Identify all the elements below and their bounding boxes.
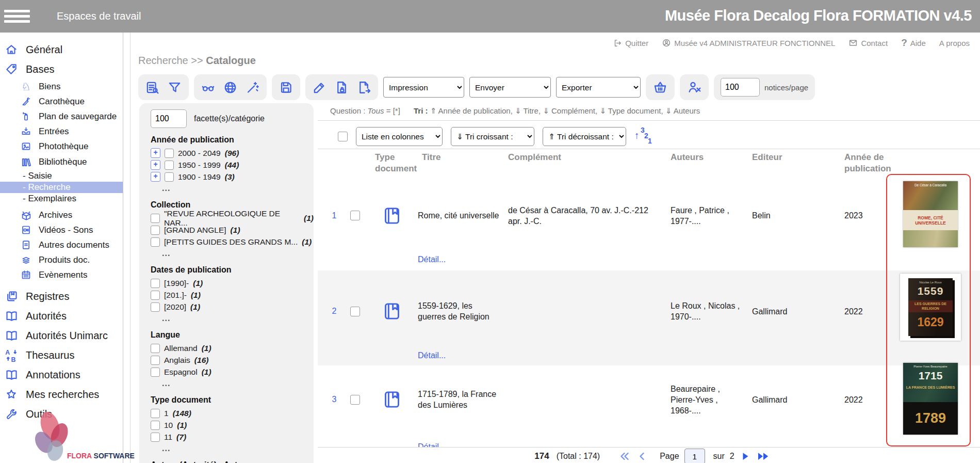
save-icon[interactable]	[279, 80, 293, 95]
first-page-icon[interactable]	[618, 450, 631, 462]
facet-checkbox[interactable]	[151, 237, 160, 247]
sidebar-item-produits-doc[interactable]: Produits doc.	[0, 252, 123, 267]
facet-more[interactable]: ...	[162, 249, 314, 258]
sidebar-item-annotations[interactable]: Annotations	[0, 365, 123, 385]
sidebar-item-plan-sauvegarde[interactable]: Plan de sauvegarde	[0, 109, 123, 124]
book-cover-thumbnail[interactable]: De César à Caracalla ROME, CITÉ UNIVERSE…	[903, 181, 958, 247]
book-cover-thumbnail[interactable]: Nicolas Le Roux 1559 LES GUERRES DE RELI…	[900, 274, 961, 341]
facet-checkbox[interactable]	[165, 161, 174, 170]
detail-link[interactable]: Détail...	[418, 255, 446, 264]
globe-icon[interactable]	[223, 80, 238, 95]
sidebar-item-biens[interactable]: ♘ Biens	[0, 79, 123, 94]
facet-checkbox[interactable]	[151, 409, 160, 418]
sidebar-item-bases[interactable]: Bases	[0, 59, 123, 79]
exporter-select[interactable]: Exporter	[556, 77, 641, 98]
facet-checkbox[interactable]	[165, 172, 174, 182]
facet-more[interactable]: ...	[162, 184, 314, 193]
sidebar-item-general[interactable]: Général	[0, 40, 123, 59]
row-checkbox[interactable]	[350, 211, 360, 220]
previous-page-icon[interactable]	[636, 450, 648, 462]
row-number-link[interactable]: 3	[325, 395, 344, 404]
sidebar-item-recherche[interactable]: - Recherche	[0, 182, 123, 193]
facet-item: Espagnol (1)	[151, 366, 314, 378]
sort-descending-select[interactable]: ⇑ Tri décroissant :	[543, 127, 626, 146]
select-all-checkbox[interactable]	[338, 132, 348, 141]
facet-checkbox[interactable]	[151, 421, 160, 430]
workspace-label[interactable]: Espaces de travail	[57, 10, 141, 22]
sidebar-item-archives[interactable]: Archives	[0, 207, 123, 222]
sidebar-item-carotheque[interactable]: Carothèque	[0, 94, 123, 109]
expand-plus-icon[interactable]: +	[151, 160, 160, 170]
breadcrumb-section[interactable]: Recherche	[138, 55, 188, 66]
list-mode-select[interactable]: Liste en colonnes	[356, 127, 443, 146]
sidebar-item-autorites[interactable]: Autorités	[0, 306, 123, 326]
sidebar-item-phototheque[interactable]: Photothèque	[0, 139, 123, 154]
calendar-icon	[20, 269, 32, 280]
expand-plus-icon[interactable]: +	[151, 148, 160, 158]
basket-icon[interactable]	[652, 79, 668, 95]
envoyer-select[interactable]: Envoyer	[469, 77, 551, 98]
page-number-input[interactable]	[684, 449, 705, 463]
book-cover-thumbnail[interactable]: Pierre-Yves Beaurepaire 1715 LA FRANCE D…	[903, 363, 958, 435]
facet-checkbox[interactable]	[151, 344, 160, 353]
sidebar-item-evenements[interactable]: Evènements	[0, 267, 123, 282]
document-type-icon[interactable]	[382, 205, 402, 226]
facet-checkbox[interactable]	[151, 368, 160, 377]
sidebar-item-saisie[interactable]: - Saisie	[0, 170, 123, 182]
sidebar-item-thesaurus[interactable]: AB Thesaurus	[0, 345, 123, 365]
document-type-icon[interactable]	[382, 301, 402, 322]
facet-more[interactable]: ...	[162, 379, 314, 388]
inbox-arrow-icon	[20, 126, 32, 137]
last-page-icon[interactable]	[756, 451, 771, 462]
facet-checkbox[interactable]	[151, 302, 160, 312]
notices-count-input[interactable]	[721, 78, 760, 97]
table-row: 1 Rome, cité universelle de César à Cara…	[318, 174, 980, 270]
user-remove-icon[interactable]	[687, 79, 702, 95]
facet-group-collection: Collection "REVUE ARCHEOLOGIQUE DE NAR..…	[151, 200, 314, 258]
page-lock-icon[interactable]	[334, 80, 349, 95]
facet-checkbox[interactable]	[165, 149, 174, 158]
facet-checkbox[interactable]	[151, 279, 160, 288]
multi-sort-icon[interactable]: 3 2 1 ↑	[634, 128, 652, 146]
facet-checkbox[interactable]	[151, 214, 160, 223]
sidebar-item-entrees[interactable]: Entrées	[0, 124, 123, 139]
facet-more[interactable]: ...	[162, 444, 314, 453]
sidebar-item-bibliotheque[interactable]: Bibliothèque	[0, 154, 123, 170]
row-checkbox[interactable]	[350, 395, 360, 405]
detail-link[interactable]: Détail...	[418, 351, 446, 360]
impression-select[interactable]: Impression	[383, 77, 464, 98]
facet-more[interactable]: ...	[162, 314, 314, 323]
magic-wand-icon[interactable]	[245, 80, 260, 95]
logo-text: FLORA SOFTWARE	[67, 452, 135, 460]
facet-checkbox[interactable]	[151, 356, 160, 365]
detail-link[interactable]: Détail...	[418, 442, 446, 447]
sidebar-item-mes-recherches[interactable]: Mes recherches	[0, 385, 123, 404]
facet-count-input[interactable]	[151, 109, 187, 128]
row-number-link[interactable]: 2	[325, 307, 344, 316]
pencil-icon[interactable]	[312, 80, 327, 95]
glasses-icon[interactable]	[201, 80, 216, 95]
facet-checkbox[interactable]	[151, 226, 160, 235]
contact-link[interactable]: Contact	[848, 38, 888, 47]
sidebar-item-videos-sons[interactable]: Vidéos - Sons	[0, 222, 123, 237]
expand-plus-icon[interactable]: +	[151, 172, 160, 182]
user-account[interactable]: Musée v4 ADMINISTRATEUR FONCTIONNEL	[662, 38, 835, 47]
sort-ascending-select[interactable]: ⇓ Tri croissant :	[451, 127, 534, 146]
sidebar-item-autres-documents[interactable]: Autres documents	[0, 237, 123, 252]
filter-icon[interactable]	[167, 80, 182, 95]
next-page-icon[interactable]	[740, 451, 751, 462]
apropos-link[interactable]: A propos	[939, 39, 970, 47]
menu-icon[interactable]	[4, 7, 30, 25]
aide-link[interactable]: ? Aide	[901, 37, 926, 49]
document-type-icon[interactable]	[382, 389, 402, 410]
row-number-link[interactable]: 1	[325, 211, 344, 220]
quitter-link[interactable]: Quitter	[613, 39, 648, 47]
facet-checkbox[interactable]	[151, 291, 160, 300]
list-search-icon[interactable]	[145, 80, 160, 95]
sidebar-item-autorites-unimarc[interactable]: Autorités Unimarc	[0, 326, 123, 345]
sidebar-item-registres[interactable]: Registres	[0, 286, 123, 306]
row-checkbox[interactable]	[350, 307, 360, 316]
page-export-icon[interactable]	[356, 80, 371, 95]
sidebar-item-exemplaires[interactable]: - Exemplaires	[0, 193, 123, 204]
facet-checkbox[interactable]	[151, 433, 160, 442]
